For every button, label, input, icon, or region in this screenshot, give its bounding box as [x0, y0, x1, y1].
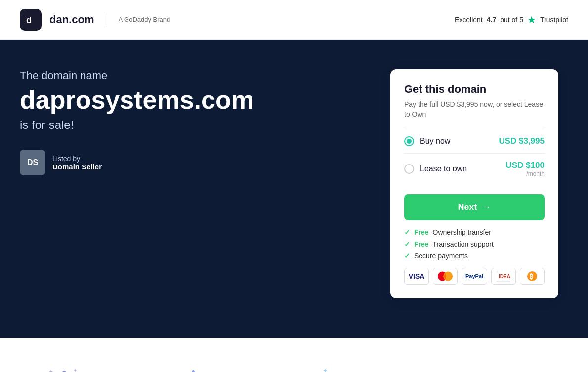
svg-text:₿: ₿	[530, 273, 533, 280]
mastercard-icon	[433, 268, 458, 285]
shield-icon: ✦ ✦ ✦	[46, 365, 83, 372]
ideal-icon: iDEAL	[491, 268, 516, 285]
svg-text:iDEAL: iDEAL	[499, 274, 510, 279]
lease-price-wrap: USD $100 /month	[506, 161, 545, 177]
feature-2-text: Transaction support	[433, 240, 494, 248]
svg-text:✦: ✦	[73, 368, 77, 372]
credit-card-icon: ✦ ✦ ✦	[303, 365, 340, 372]
domain-name: daprosystems.com	[20, 86, 254, 114]
feature-2-free: Free	[414, 240, 429, 248]
feature-fast-transfers: Fast & easy transfers	[148, 363, 237, 372]
feature-buyer-protection: ✦ ✦ ✦	[20, 363, 109, 372]
next-button[interactable]: Next →	[404, 194, 545, 220]
trustpilot-name: Trustpilot	[540, 16, 568, 24]
check-icon-1: ✓	[404, 228, 410, 236]
fast-transfers-icon-wrap	[173, 363, 212, 372]
bottom-features-section: ✦ ✦ ✦	[0, 338, 588, 372]
trustpilot-star-icon: ★	[527, 14, 536, 26]
feature-ownership: ✓ Free Ownership transfer	[404, 228, 545, 236]
listed-by-label: Listed by	[52, 155, 102, 163]
buy-now-price: USD $3,995	[499, 136, 545, 146]
trustpilot-score: 4.7	[487, 16, 496, 24]
hero-sale-text: is for sale!	[20, 118, 254, 132]
card-subtitle: Pay the full USD $3,995 now, or select L…	[404, 100, 545, 119]
feature-secure: ✓ Secure payments	[404, 252, 545, 260]
buy-now-label: Buy now	[420, 137, 450, 146]
buy-now-radio[interactable]	[404, 136, 414, 146]
hero-content: The domain name daprosystems.com is for …	[20, 69, 254, 175]
lease-price: USD $100	[506, 161, 545, 170]
card-title: Get this domain	[404, 83, 545, 96]
svg-text:✦: ✦	[323, 367, 328, 372]
lease-left: Lease to own	[404, 164, 467, 174]
header: d dan.com A GoDaddy Brand Excellent 4.7 …	[0, 0, 588, 40]
check-icon-2: ✓	[404, 240, 410, 248]
trustpilot-label: Excellent	[455, 16, 483, 24]
seller-badge: DS Listed by Domain Seller	[20, 150, 254, 175]
visa-icon: VISA	[404, 268, 429, 285]
paypal-icon: PayPal	[462, 268, 487, 285]
lease-label: Lease to own	[420, 165, 467, 173]
trustpilot-out-of: out of 5	[500, 16, 523, 24]
payment-icons: VISA PayPal iDEAL ₿	[404, 268, 545, 285]
buy-now-option[interactable]: Buy now USD $3,995	[404, 129, 545, 153]
feature-1-free: Free	[414, 228, 429, 236]
seller-name: Domain Seller	[52, 163, 102, 171]
hero-subtitle: The domain name	[20, 69, 254, 82]
paper-plane-icon	[174, 365, 211, 372]
bitcoin-icon: ₿	[520, 268, 545, 285]
dan-logo-text: dan.com	[49, 13, 94, 26]
feature-transaction: ✓ Free Transaction support	[404, 240, 545, 248]
features-list: ✓ Free Ownership transfer ✓ Free Transac…	[404, 228, 545, 260]
lease-radio[interactable]	[404, 164, 414, 174]
seller-avatar: DS	[20, 150, 45, 175]
feature-3-text: Secure payments	[414, 252, 468, 260]
check-icon-3: ✓	[404, 252, 410, 260]
trustpilot-area: Excellent 4.7 out of 5 ★ Trustpilot	[455, 14, 568, 26]
next-arrow-icon: →	[482, 202, 491, 212]
buyer-protection-icon-wrap: ✦ ✦ ✦	[44, 363, 84, 372]
feature-1-text: Ownership transfer	[433, 228, 491, 236]
feature-hassle-free: ✦ ✦ ✦ Hassle free payments	[277, 363, 366, 372]
hero-section: The domain name daprosystems.com is for …	[0, 40, 588, 338]
svg-text:d: d	[26, 15, 32, 25]
svg-text:✦: ✦	[48, 368, 53, 372]
seller-info: Listed by Domain Seller	[52, 155, 102, 171]
next-button-label: Next	[458, 202, 477, 212]
lease-period: /month	[506, 170, 545, 177]
header-left: d dan.com A GoDaddy Brand	[20, 9, 170, 31]
buy-now-left: Buy now	[404, 136, 450, 146]
lease-to-own-option[interactable]: Lease to own USD $100 /month	[404, 153, 545, 184]
purchase-card: Get this domain Pay the full USD $3,995 …	[390, 69, 558, 298]
logo-divider	[106, 12, 106, 27]
hassle-free-icon-wrap: ✦ ✦ ✦	[301, 363, 341, 372]
godaddy-brand-text: A GoDaddy Brand	[118, 16, 170, 23]
dan-logo-icon: d	[20, 9, 42, 31]
